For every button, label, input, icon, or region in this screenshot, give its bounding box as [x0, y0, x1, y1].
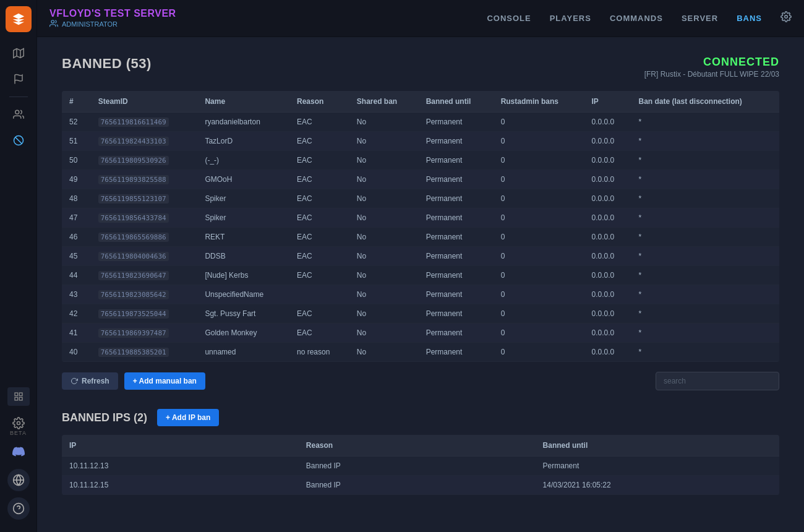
discord-icon[interactable] [7, 440, 30, 463]
nav-console[interactable]: CONSOLE [487, 14, 531, 23]
refresh-button[interactable]: Refresh [62, 372, 118, 390]
col-rustadmin: Rustadmin bans [494, 91, 584, 113]
table-row[interactable]: 50 7656119809530926 (-_-) EAC No Permane… [62, 151, 779, 170]
cell-date: * [631, 189, 779, 208]
connected-label: CONNECTED [644, 56, 779, 69]
table-row[interactable]: 42 7656119873525044 Sgt. Pussy Fart EAC … [62, 304, 779, 324]
ip-cell-until: 14/03/2021 16:05:22 [536, 476, 779, 495]
ip-cell-reason: Banned IP [299, 476, 536, 495]
help-icon[interactable] [7, 497, 30, 520]
sidebar-icon-map[interactable] [7, 42, 30, 64]
add-ip-ban-button[interactable]: + Add IP ban [157, 409, 219, 426]
cell-ip: 0.0.0.0 [584, 304, 631, 324]
cell-shared: No [349, 132, 419, 151]
cell-name: DDSB [197, 247, 289, 266]
cell-date: * [631, 113, 779, 132]
cell-steamid: 7656119823690647 [91, 266, 198, 285]
table-row[interactable]: 40 7656119885385201 unnamed no reason No… [62, 343, 779, 362]
sidebar-icon-players[interactable] [7, 103, 30, 126]
icon-rail: BETA [0, 0, 37, 532]
cell-steamid: 7656119855123107 [91, 189, 198, 208]
server-subtitle: [FR] Rustix - Débutant FULL WIPE 22/03 [644, 70, 779, 79]
ip-table-row[interactable]: 10.11.12.13 Banned IP Permanent [62, 457, 779, 476]
cell-steamid: 7656119824433103 [91, 132, 198, 151]
sidebar-icon-flag[interactable] [7, 68, 30, 90]
nav-bans[interactable]: BANS [737, 14, 762, 23]
cell-steamid: 7656119893825588 [91, 170, 198, 189]
cell-reason: EAC [289, 189, 349, 208]
topnav: VFLOYD'S TEST SERVER ADMINISTRATOR CONSO… [37, 0, 804, 37]
cell-shared: No [349, 170, 419, 189]
svg-rect-7 [15, 393, 18, 396]
cell-name: [Nude] Kerbs [197, 266, 289, 285]
cell-reason: no reason [289, 343, 349, 362]
search-input[interactable] [656, 372, 779, 390]
cell-rustadmin: 0 [494, 132, 584, 151]
cell-rustadmin: 0 [494, 304, 584, 324]
nav-players[interactable]: PLAYERS [550, 14, 591, 23]
cell-num: 51 [62, 132, 91, 151]
sidebar-icon-ban[interactable] [7, 129, 30, 152]
ip-cell-ip: 10.11.12.15 [62, 476, 299, 495]
table-row[interactable]: 49 7656119893825588 GMOoH EAC No Permane… [62, 170, 779, 189]
app-icon[interactable] [6, 6, 32, 32]
table-row[interactable]: 52 7656119816611469 ryandanielbarton EAC… [62, 113, 779, 132]
settings-icon[interactable] [7, 412, 30, 434]
main-wrapper: VFLOYD'S TEST SERVER ADMINISTRATOR CONSO… [37, 0, 804, 532]
cell-reason: EAC [289, 113, 349, 132]
cell-num: 40 [62, 343, 91, 362]
table-row[interactable]: 45 7656119804004636 DDSB EAC No Permanen… [62, 247, 779, 266]
svg-rect-8 [19, 393, 22, 396]
page-title: BANNED (53) [62, 56, 152, 72]
cell-date: * [631, 343, 779, 362]
cell-until: Permanent [419, 266, 494, 285]
cell-reason: EAC [289, 132, 349, 151]
cell-date: * [631, 170, 779, 189]
cell-date: * [631, 132, 779, 151]
col-steamid: SteamID [91, 91, 198, 113]
table-row[interactable]: 51 7656119824433103 TazLorD EAC No Perma… [62, 132, 779, 151]
cell-name: unnamed [197, 343, 289, 362]
nav-server[interactable]: SERVER [682, 14, 718, 23]
nav-commands[interactable]: COMMANDS [610, 14, 663, 23]
col-num: # [62, 91, 91, 113]
svg-rect-9 [19, 397, 22, 400]
cell-until: Permanent [419, 113, 494, 132]
cell-until: Permanent [419, 170, 494, 189]
svg-point-11 [17, 422, 20, 425]
cell-steamid: 7656119885385201 [91, 343, 198, 362]
refresh-label: Refresh [82, 377, 109, 385]
beta-box[interactable] [7, 387, 30, 406]
table-row[interactable]: 46 7656119865569886 REKT EAC No Permanen… [62, 228, 779, 247]
cell-date: * [631, 324, 779, 343]
cell-shared: No [349, 208, 419, 228]
cell-steamid: 7656119823085642 [91, 285, 198, 304]
table-controls: Refresh + Add manual ban [62, 372, 779, 390]
ip-table-row[interactable]: 10.11.12.15 Banned IP 14/03/2021 16:05:2… [62, 476, 779, 495]
cell-shared: No [349, 343, 419, 362]
cell-rustadmin: 0 [494, 113, 584, 132]
cell-num: 43 [62, 285, 91, 304]
globe-icon[interactable] [7, 469, 30, 491]
col-name: Name [197, 91, 289, 113]
cell-shared: No [349, 324, 419, 343]
cell-reason: EAC [289, 151, 349, 170]
banned-ips-title: BANNED IPS (2) [62, 411, 147, 424]
ip-table-wrapper: IP Reason Banned until 10.11.12.13 Banne… [62, 435, 779, 495]
nav-settings-icon[interactable] [780, 11, 792, 25]
cell-ip: 0.0.0.0 [584, 247, 631, 266]
table-row[interactable]: 43 7656119823085642 UnspecifiedName No P… [62, 285, 779, 304]
svg-rect-10 [15, 397, 18, 400]
page-header: BANNED (53) CONNECTED [FR] Rustix - Débu… [62, 56, 779, 79]
cell-until: Permanent [419, 132, 494, 151]
table-row[interactable]: 44 7656119823690647 [Nude] Kerbs EAC No … [62, 266, 779, 285]
cell-shared: No [349, 304, 419, 324]
table-row[interactable]: 47 7656119856433784 Spiker EAC No Perman… [62, 208, 779, 228]
table-row[interactable]: 41 7656119869397487 Golden Monkey EAC No… [62, 324, 779, 343]
admin-badge: ADMINISTRATOR [49, 19, 179, 29]
col-date: Ban date (last disconnection) [631, 91, 779, 113]
table-row[interactable]: 48 7656119855123107 Spiker EAC No Perman… [62, 189, 779, 208]
add-ban-button[interactable]: + Add manual ban [124, 372, 205, 390]
svg-marker-0 [13, 49, 24, 58]
server-title: VFLOYD'S TEST SERVER [49, 8, 176, 19]
